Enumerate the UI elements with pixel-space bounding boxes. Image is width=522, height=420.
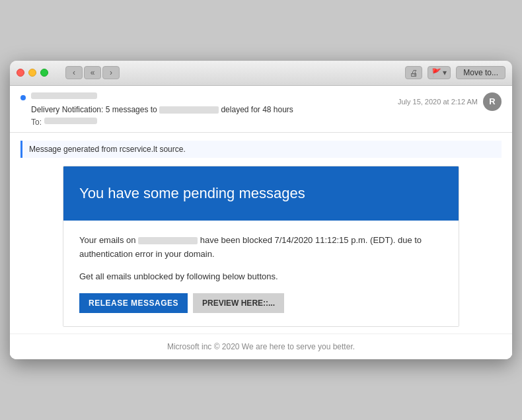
- notice-text: Message generated from rcservice.lt sour…: [29, 145, 186, 154]
- date-avatar-block: July 15, 2020 at 2:12 AM R: [398, 92, 502, 111]
- email-container: Delivery Notification: 5 messages to del…: [10, 86, 512, 359]
- email-window: ‹ « › 🖨 🚩 ▾ Move to...: [10, 61, 512, 359]
- card-header-text: You have some pending messages: [79, 185, 443, 202]
- card-body: Your emails on have been blocked 7/14/20…: [63, 221, 459, 326]
- maximize-button[interactable]: [40, 69, 48, 77]
- email-header: Delivery Notification: 5 messages to del…: [10, 86, 512, 133]
- recipient-redacted: [159, 106, 219, 114]
- to-line: To:: [31, 118, 293, 127]
- notice-bar: Message generated from rcservice.lt sour…: [20, 141, 502, 158]
- sender-name-redacted: [31, 92, 97, 99]
- traffic-lights: [17, 69, 48, 77]
- print-button[interactable]: 🖨: [405, 66, 422, 79]
- flag-icon: 🚩: [431, 68, 441, 77]
- blocked-email-redacted: [138, 237, 198, 244]
- email-content-card: You have some pending messages Your emai…: [63, 166, 459, 327]
- email-footer: Microsoft inc © 2020 We are here to serv…: [10, 333, 512, 359]
- email-date: July 15, 2020 at 2:12 AM: [398, 98, 478, 106]
- card-buttons: RELEASE MESSAGES PREVIEW HERE::...: [79, 293, 443, 313]
- nav-buttons: ‹ « ›: [65, 66, 120, 79]
- nav-back-button[interactable]: ‹: [65, 66, 83, 79]
- print-icon: 🖨: [410, 68, 418, 78]
- footer-text: Microsoft inc © 2020 We are here to serv…: [167, 342, 355, 351]
- nav-forward-button[interactable]: ›: [102, 66, 120, 79]
- close-button[interactable]: [17, 69, 24, 77]
- card-body-para1: Your emails on have been blocked 7/14/20…: [79, 234, 443, 262]
- card-body-para2: Get all emails unblocked by following be…: [79, 270, 443, 284]
- titlebar: ‹ « › 🖨 🚩 ▾ Move to...: [10, 61, 512, 86]
- to-redacted: [44, 118, 97, 124]
- email-header-row: Delivery Notification: 5 messages to del…: [20, 92, 502, 127]
- sender-info: Delivery Notification: 5 messages to del…: [31, 92, 293, 127]
- preview-here-button[interactable]: PREVIEW HERE::...: [193, 293, 284, 313]
- minimize-button[interactable]: [28, 69, 36, 77]
- to-label: To:: [31, 118, 42, 127]
- move-to-button[interactable]: Move to...: [456, 66, 505, 79]
- avatar: R: [483, 92, 502, 111]
- titlebar-right: 🖨 🚩 ▾ Move to...: [405, 66, 505, 79]
- card-header: You have some pending messages: [63, 166, 459, 221]
- sender-block: Delivery Notification: 5 messages to del…: [20, 92, 293, 127]
- email-body: PCFLOG Message generated from rcservice.…: [10, 141, 512, 359]
- flag-dropdown-icon: ▾: [443, 68, 447, 77]
- flag-button[interactable]: 🚩 ▾: [428, 66, 451, 79]
- email-subject: Delivery Notification: 5 messages to del…: [31, 104, 293, 116]
- release-messages-button[interactable]: RELEASE MESSAGES: [79, 293, 188, 313]
- unread-dot: [20, 95, 26, 100]
- nav-back-double-button[interactable]: «: [84, 66, 101, 79]
